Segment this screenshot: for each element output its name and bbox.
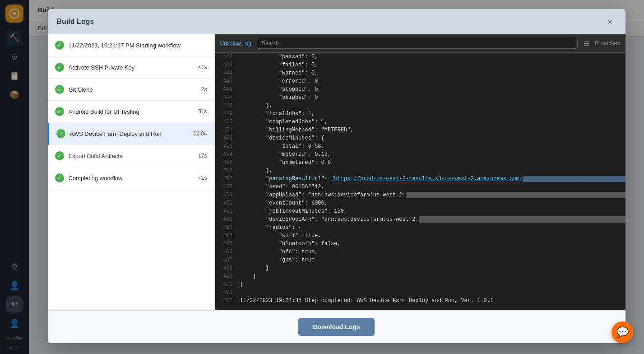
log-line-445: 445 "errored": 0,: [215, 77, 625, 85]
log-line-466: 466 "nfc": true,: [215, 248, 625, 256]
log-text-465: "bluetooth": false,: [238, 240, 625, 248]
log-text-464: "wifi": true,: [238, 232, 625, 240]
log-linenum-449: 449: [215, 110, 238, 118]
log-text-459: "appUpload": "arn:aws:devicefarm:us-west…: [238, 191, 625, 199]
log-linenum-466: 466: [215, 248, 238, 256]
step-duration-git: 2s: [201, 86, 207, 93]
step-item-aws[interactable]: ✓ AWS Device Farm Deploy and Run 02:04: [48, 123, 214, 145]
log-line-451: 451 "billingMethod": "METERED",: [215, 126, 625, 134]
log-text-444: "warned": 0,: [238, 69, 625, 77]
log-text-468: }: [238, 264, 625, 272]
download-logs-button[interactable]: Download Logs: [298, 318, 374, 336]
step-name-start: 11/22/2023, 10:21:37 PM Starting workflo…: [69, 42, 203, 49]
log-line-457: 457 "parsingResultUrl": "https://prod-us…: [215, 175, 625, 183]
step-name-git: Git Clone: [69, 86, 197, 93]
step-item-export[interactable]: ✓ Export Build Artifacts 17s: [48, 145, 214, 167]
log-text-447: "skipped": 0: [238, 93, 625, 102]
log-text-442: "passed": 3,: [238, 53, 625, 61]
log-linenum-468: 468: [215, 264, 238, 272]
log-linenum-465: 465: [215, 240, 238, 248]
log-text-453: "total": 0.58,: [238, 142, 625, 150]
log-content[interactable]: 442 "passed": 3, 443 "failed": 0, 444 "w…: [215, 53, 625, 310]
step-duration-aws: 02:04: [193, 130, 207, 137]
step-item-ssh[interactable]: ✓ Activate SSH Private Key <1s: [48, 56, 214, 79]
log-linenum-450: 450: [215, 118, 238, 126]
log-text-456: },: [238, 167, 625, 175]
log-line-448: 448 },: [215, 102, 625, 110]
log-line-472: 472 11/22/2023 19:24:35 Step completed: …: [215, 297, 625, 305]
log-text-461: "jobTimeoutMinutes": 150,: [238, 207, 625, 215]
log-line-452: 452 "deviceMinutes": {: [215, 134, 625, 142]
log-line-442: 442 "passed": 3,: [215, 53, 625, 61]
log-linenum-446: 446: [215, 85, 238, 93]
step-item-start[interactable]: ✓ 11/22/2023, 10:21:37 PM Starting workf…: [48, 34, 214, 56]
log-linenum-459: 459: [215, 191, 238, 199]
step-name-ssh: Activate SSH Private Key: [69, 64, 194, 71]
log-linenum-461: 461: [215, 207, 238, 215]
log-line-454: 454 "metered": 0.13,: [215, 150, 625, 158]
step-check-start: ✓: [55, 41, 64, 50]
log-line-471: 471: [215, 289, 625, 297]
chat-bubble-button[interactable]: 💬: [612, 321, 633, 343]
log-search-input[interactable]: [257, 38, 578, 49]
log-line-443: 443 "failed": 0,: [215, 61, 625, 69]
log-matches-count: 0 matches: [595, 40, 620, 47]
log-text-457: "parsingResultUrl": "https://prod-us-wes…: [238, 175, 625, 183]
log-text-469: }: [238, 272, 625, 280]
log-text-466: "nfc": true,: [238, 248, 625, 256]
log-text-449: "totalJobs": 1,: [238, 110, 625, 118]
log-text-460: "eventCount": 6000,: [238, 199, 625, 207]
step-duration-export: 17s: [198, 153, 207, 159]
log-text-463: "radios": {: [238, 224, 625, 232]
log-linenum-469: 469: [215, 272, 238, 280]
log-text-462: "devicePoolArn": "arn:aws:devicefarm:us-…: [238, 215, 625, 224]
log-linenum-471: 471: [215, 289, 238, 297]
log-linenum-457: 457: [215, 175, 238, 183]
log-text-452: "deviceMinutes": {: [238, 134, 625, 142]
step-check-complete: ✓: [55, 173, 64, 182]
step-name-complete: Completing workflow: [69, 175, 194, 182]
step-check-aws: ✓: [56, 129, 65, 138]
log-linenum-464: 464: [215, 232, 238, 240]
log-linenum-447: 447: [215, 93, 238, 102]
log-text-471: [238, 289, 625, 297]
log-line-453: 453 "total": 0.58,: [215, 142, 625, 150]
step-item-git[interactable]: ✓ Git Clone 2s: [48, 79, 214, 101]
log-linenum-470: 470: [215, 280, 238, 289]
log-panel: Unfollow Log ☰ 0 matches 442 "passed": 3…: [215, 34, 625, 310]
log-line-444: 444 "warned": 0,: [215, 69, 625, 77]
modal-body: ✓ 11/22/2023, 10:21:37 PM Starting workf…: [48, 34, 625, 310]
step-check-ssh: ✓: [55, 63, 64, 72]
step-item-android[interactable]: ✓ Android Build for UI Testing 51s: [48, 101, 214, 123]
log-linenum-451: 451: [215, 126, 238, 134]
log-line-446: 446 "stopped": 0,: [215, 85, 625, 93]
step-duration-android: 51s: [198, 108, 207, 115]
log-linenum-456: 456: [215, 167, 238, 175]
log-text-445: "errored": 0,: [238, 77, 625, 85]
log-linenum-460: 460: [215, 199, 238, 207]
step-name-aws: AWS Device Farm Deploy and Run: [70, 130, 189, 137]
log-linenum-443: 443: [215, 61, 238, 69]
log-linenum-453: 453: [215, 142, 238, 150]
log-line-468: 468 }: [215, 264, 625, 272]
unfollow-log-button[interactable]: Unfollow Log: [220, 40, 251, 47]
log-menu-icon[interactable]: ☰: [583, 39, 589, 48]
log-line-464: 464 "wifi": true,: [215, 232, 625, 240]
log-line-469: 469 }: [215, 272, 625, 280]
log-linenum-448: 448: [215, 102, 238, 110]
log-toolbar: Unfollow Log ☰ 0 matches: [215, 34, 625, 53]
log-text-448: },: [238, 102, 625, 110]
log-line-465: 465 "bluetooth": false,: [215, 240, 625, 248]
log-linenum-462: 462: [215, 215, 238, 224]
log-line-462: 462 "devicePoolArn": "arn:aws:devicefarm…: [215, 215, 625, 224]
log-text-472: 11/22/2023 19:24:35 Step completed: AWS …: [238, 297, 625, 305]
log-linenum-472: 472: [215, 297, 238, 305]
step-item-complete[interactable]: ✓ Completing workflow <1s: [48, 167, 214, 189]
modal-close-button[interactable]: ×: [604, 15, 616, 28]
log-line-449: 449 "totalJobs": 1,: [215, 110, 625, 118]
log-line-460: 460 "eventCount": 6000,: [215, 199, 625, 207]
log-text-470: }: [238, 280, 625, 289]
step-name-android: Android Build for UI Testing: [69, 108, 194, 115]
log-line-455: 455 "unmetered": 0.0: [215, 158, 625, 167]
log-linenum-467: 467: [215, 256, 238, 264]
